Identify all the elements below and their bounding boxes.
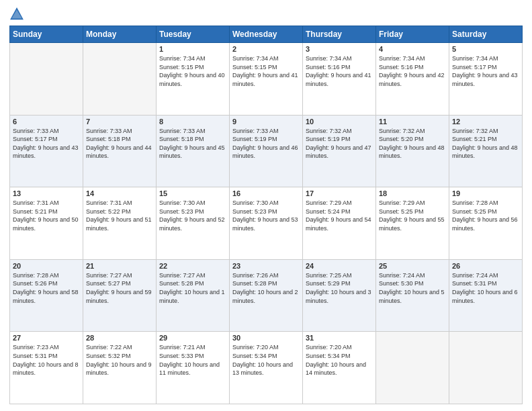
day-cell: 27Sunrise: 7:23 AM Sunset: 5:31 PM Dayli… xyxy=(10,332,83,404)
day-number: 14 xyxy=(86,189,153,197)
week-row-5: 27Sunrise: 7:23 AM Sunset: 5:31 PM Dayli… xyxy=(10,332,523,404)
day-number: 13 xyxy=(13,189,80,197)
day-number: 16 xyxy=(232,189,300,197)
day-info: Sunrise: 7:31 AM Sunset: 5:22 PM Dayligh… xyxy=(86,199,153,232)
col-header-sunday: Sunday xyxy=(10,26,83,43)
col-header-wednesday: Wednesday xyxy=(230,26,303,43)
day-cell: 2Sunrise: 7:34 AM Sunset: 5:15 PM Daylig… xyxy=(230,43,303,116)
day-cell: 15Sunrise: 7:30 AM Sunset: 5:23 PM Dayli… xyxy=(157,187,230,260)
day-cell: 18Sunrise: 7:29 AM Sunset: 5:25 PM Dayli… xyxy=(376,187,449,260)
day-info: Sunrise: 7:29 AM Sunset: 5:25 PM Dayligh… xyxy=(379,199,446,232)
day-info: Sunrise: 7:26 AM Sunset: 5:28 PM Dayligh… xyxy=(232,271,300,305)
week-row-3: 13Sunrise: 7:31 AM Sunset: 5:21 PM Dayli… xyxy=(10,187,523,260)
day-number: 25 xyxy=(379,262,446,270)
col-header-saturday: Saturday xyxy=(449,26,523,43)
day-cell xyxy=(10,43,83,116)
col-header-tuesday: Tuesday xyxy=(157,26,230,43)
day-info: Sunrise: 7:32 AM Sunset: 5:19 PM Dayligh… xyxy=(306,127,373,161)
day-info: Sunrise: 7:33 AM Sunset: 5:19 PM Dayligh… xyxy=(232,127,300,161)
day-number: 2 xyxy=(232,45,300,53)
day-info: Sunrise: 7:20 AM Sunset: 5:34 PM Dayligh… xyxy=(306,343,373,377)
day-info: Sunrise: 7:22 AM Sunset: 5:32 PM Dayligh… xyxy=(86,343,153,377)
day-cell: 28Sunrise: 7:22 AM Sunset: 5:32 PM Dayli… xyxy=(83,332,157,404)
day-cell: 6Sunrise: 7:33 AM Sunset: 5:17 PM Daylig… xyxy=(10,115,83,187)
day-info: Sunrise: 7:29 AM Sunset: 5:24 PM Dayligh… xyxy=(306,199,373,232)
day-cell: 17Sunrise: 7:29 AM Sunset: 5:24 PM Dayli… xyxy=(303,187,376,260)
day-cell: 5Sunrise: 7:34 AM Sunset: 5:17 PM Daylig… xyxy=(449,43,523,116)
page: SundayMondayTuesdayWednesdayThursdayFrid… xyxy=(0,0,532,411)
day-cell: 9Sunrise: 7:33 AM Sunset: 5:19 PM Daylig… xyxy=(230,115,303,187)
day-cell: 13Sunrise: 7:31 AM Sunset: 5:21 PM Dayli… xyxy=(10,187,83,260)
day-cell: 20Sunrise: 7:28 AM Sunset: 5:26 PM Dayli… xyxy=(10,259,83,332)
day-cell: 16Sunrise: 7:30 AM Sunset: 5:23 PM Dayli… xyxy=(230,187,303,260)
day-info: Sunrise: 7:23 AM Sunset: 5:31 PM Dayligh… xyxy=(13,343,80,377)
day-info: Sunrise: 7:34 AM Sunset: 5:15 PM Dayligh… xyxy=(159,54,226,88)
day-number: 7 xyxy=(86,118,153,126)
col-header-thursday: Thursday xyxy=(303,26,376,43)
day-number: 18 xyxy=(379,189,446,197)
day-cell: 14Sunrise: 7:31 AM Sunset: 5:22 PM Dayli… xyxy=(83,187,157,260)
week-row-1: 1Sunrise: 7:34 AM Sunset: 5:15 PM Daylig… xyxy=(10,43,523,116)
day-info: Sunrise: 7:27 AM Sunset: 5:28 PM Dayligh… xyxy=(159,271,226,305)
day-info: Sunrise: 7:30 AM Sunset: 5:23 PM Dayligh… xyxy=(232,199,300,232)
day-cell xyxy=(376,332,449,404)
day-number: 22 xyxy=(159,262,226,270)
day-info: Sunrise: 7:27 AM Sunset: 5:27 PM Dayligh… xyxy=(86,271,153,305)
day-cell: 26Sunrise: 7:24 AM Sunset: 5:31 PM Dayli… xyxy=(449,259,523,332)
day-number: 9 xyxy=(232,118,300,126)
day-cell xyxy=(449,332,523,404)
day-number: 27 xyxy=(13,334,80,342)
day-info: Sunrise: 7:24 AM Sunset: 5:31 PM Dayligh… xyxy=(452,271,519,305)
day-number: 21 xyxy=(86,262,153,270)
day-number: 26 xyxy=(452,262,519,270)
day-number: 31 xyxy=(306,334,373,342)
day-info: Sunrise: 7:33 AM Sunset: 5:18 PM Dayligh… xyxy=(86,127,153,161)
day-number: 23 xyxy=(232,262,300,270)
day-info: Sunrise: 7:34 AM Sunset: 5:15 PM Dayligh… xyxy=(232,54,300,88)
header xyxy=(9,7,523,21)
day-cell: 31Sunrise: 7:20 AM Sunset: 5:34 PM Dayli… xyxy=(303,332,376,404)
day-info: Sunrise: 7:34 AM Sunset: 5:17 PM Dayligh… xyxy=(452,54,519,88)
day-cell: 25Sunrise: 7:24 AM Sunset: 5:30 PM Dayli… xyxy=(376,259,449,332)
day-number: 29 xyxy=(159,334,226,342)
day-info: Sunrise: 7:21 AM Sunset: 5:33 PM Dayligh… xyxy=(159,343,226,377)
calendar: SundayMondayTuesdayWednesdayThursdayFrid… xyxy=(9,26,523,404)
day-cell: 8Sunrise: 7:33 AM Sunset: 5:18 PM Daylig… xyxy=(157,115,230,187)
day-info: Sunrise: 7:28 AM Sunset: 5:25 PM Dayligh… xyxy=(452,199,519,232)
day-cell: 7Sunrise: 7:33 AM Sunset: 5:18 PM Daylig… xyxy=(83,115,157,187)
day-cell: 23Sunrise: 7:26 AM Sunset: 5:28 PM Dayli… xyxy=(230,259,303,332)
day-info: Sunrise: 7:31 AM Sunset: 5:21 PM Dayligh… xyxy=(13,199,80,232)
day-info: Sunrise: 7:33 AM Sunset: 5:17 PM Dayligh… xyxy=(13,127,80,161)
logo-icon xyxy=(9,7,24,21)
day-cell: 22Sunrise: 7:27 AM Sunset: 5:28 PM Dayli… xyxy=(157,259,230,332)
day-number: 20 xyxy=(13,262,80,270)
day-cell: 19Sunrise: 7:28 AM Sunset: 5:25 PM Dayli… xyxy=(449,187,523,260)
day-number: 3 xyxy=(306,45,373,53)
day-number: 24 xyxy=(306,262,373,270)
day-cell: 1Sunrise: 7:34 AM Sunset: 5:15 PM Daylig… xyxy=(157,43,230,116)
day-info: Sunrise: 7:32 AM Sunset: 5:20 PM Dayligh… xyxy=(379,127,446,161)
week-row-4: 20Sunrise: 7:28 AM Sunset: 5:26 PM Dayli… xyxy=(10,259,523,332)
day-number: 11 xyxy=(379,118,446,126)
day-cell xyxy=(83,43,157,116)
day-number: 4 xyxy=(379,45,446,53)
day-number: 1 xyxy=(159,45,226,53)
day-cell: 24Sunrise: 7:25 AM Sunset: 5:29 PM Dayli… xyxy=(303,259,376,332)
day-info: Sunrise: 7:28 AM Sunset: 5:26 PM Dayligh… xyxy=(13,271,80,305)
col-header-friday: Friday xyxy=(376,26,449,43)
day-info: Sunrise: 7:30 AM Sunset: 5:23 PM Dayligh… xyxy=(159,199,226,232)
day-info: Sunrise: 7:34 AM Sunset: 5:16 PM Dayligh… xyxy=(306,54,373,88)
day-number: 17 xyxy=(306,189,373,197)
day-cell: 4Sunrise: 7:34 AM Sunset: 5:16 PM Daylig… xyxy=(376,43,449,116)
day-cell: 10Sunrise: 7:32 AM Sunset: 5:19 PM Dayli… xyxy=(303,115,376,187)
day-number: 10 xyxy=(306,118,373,126)
logo xyxy=(9,7,26,21)
day-cell: 30Sunrise: 7:20 AM Sunset: 5:34 PM Dayli… xyxy=(230,332,303,404)
day-cell: 12Sunrise: 7:32 AM Sunset: 5:21 PM Dayli… xyxy=(449,115,523,187)
day-number: 30 xyxy=(232,334,300,342)
day-number: 28 xyxy=(86,334,153,342)
day-number: 12 xyxy=(452,118,519,126)
week-row-2: 6Sunrise: 7:33 AM Sunset: 5:17 PM Daylig… xyxy=(10,115,523,187)
day-info: Sunrise: 7:33 AM Sunset: 5:18 PM Dayligh… xyxy=(159,127,226,161)
day-number: 8 xyxy=(159,118,226,126)
